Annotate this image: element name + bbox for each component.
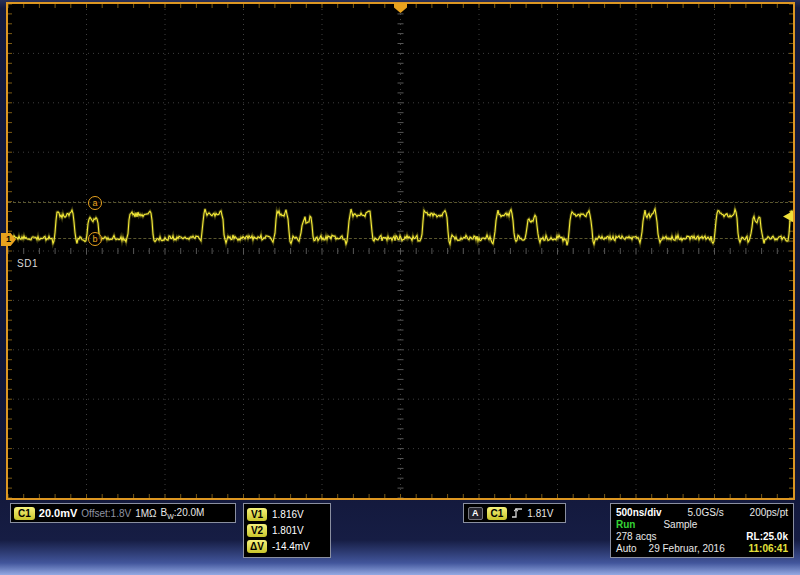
cursor-a-marker[interactable]: a xyxy=(88,196,102,210)
trigger-system-badge[interactable]: A xyxy=(468,507,483,520)
cursor-b-marker[interactable]: b xyxy=(88,232,102,246)
channel1-badge[interactable]: C1 xyxy=(14,507,35,520)
cursor-dv-value: -14.4mV xyxy=(272,541,310,552)
cursor-a-line[interactable] xyxy=(8,202,793,203)
acq-mode: Sample xyxy=(663,519,697,530)
channel1-scale: 20.0mV xyxy=(39,507,78,519)
channel1-readout-panel[interactable]: C1 20.0mV Offset:1.8V 1MΩ BW:20.0M xyxy=(10,503,236,523)
channel1-impedance: 1MΩ xyxy=(135,508,156,519)
datetime-row: Auto 29 Februar, 2016 11:06:41 xyxy=(616,543,788,554)
cursor-v2-row: V2 1.801V xyxy=(247,524,327,537)
rising-edge-icon xyxy=(511,507,523,519)
resolution-value: 200ps/pt xyxy=(750,507,788,518)
acq-count-row: 278 acqs RL:25.0k xyxy=(616,531,788,542)
horizontal-acquisition-panel[interactable]: 500ns/div 5.0GS/s 200ps/pt Run Sample 27… xyxy=(610,503,794,558)
record-length: RL:25.0k xyxy=(746,531,788,542)
cursor-v1-badge[interactable]: V1 xyxy=(247,508,267,521)
cursor-dv-badge[interactable]: ΔV xyxy=(247,540,267,553)
trigger-readout-panel[interactable]: A C1 1.81V xyxy=(463,503,566,523)
acq-count: 278 acqs xyxy=(616,531,657,542)
cursor-readout-panel[interactable]: V1 1.816V V2 1.801V ΔV -14.4mV xyxy=(243,503,331,558)
cursor-v1-value: 1.816V xyxy=(272,509,304,520)
cursor-dv-row: ΔV -14.4mV xyxy=(247,540,327,553)
timebase-row: 500ns/div 5.0GS/s 200ps/pt xyxy=(616,507,788,518)
time-value: 11:06:41 xyxy=(749,543,788,554)
cursor-v1-row: V1 1.816V xyxy=(247,508,327,521)
cursor-v2-value: 1.801V xyxy=(272,525,304,536)
trigger-mode: Auto xyxy=(616,543,637,554)
run-status: Run xyxy=(616,519,635,530)
cursor-v2-badge[interactable]: V2 xyxy=(247,524,267,537)
channel1-offset: Offset:1.8V xyxy=(81,508,131,519)
bus-label[interactable]: SD1 xyxy=(17,258,38,269)
trigger-source-badge[interactable]: C1 xyxy=(487,507,508,520)
acq-state-row: Run Sample xyxy=(616,519,788,530)
bandwidth-value: :20.0M xyxy=(174,507,205,518)
scope-display-frame: a b SD1 xyxy=(6,2,795,500)
cursor-b-line[interactable] xyxy=(8,238,793,239)
date-value: 29 Februar, 2016 xyxy=(649,543,749,554)
trigger-level-value: 1.81V xyxy=(527,508,553,519)
graticule-and-waveform xyxy=(8,4,793,498)
sample-rate-value: 5.0GS/s xyxy=(688,507,724,518)
timebase-value: 500ns/div xyxy=(616,507,662,518)
channel1-bandwidth: BW:20.0M xyxy=(161,507,205,520)
bandwidth-sub: W xyxy=(167,513,174,520)
